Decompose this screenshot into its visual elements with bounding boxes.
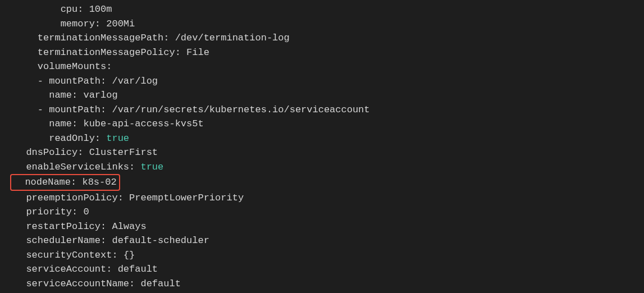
indent bbox=[15, 19, 61, 29]
indent bbox=[15, 162, 26, 172]
yaml-value: default-scheduler bbox=[106, 235, 209, 246]
indent bbox=[15, 221, 26, 232]
indent bbox=[15, 235, 26, 246]
yaml-key: priority: bbox=[26, 207, 77, 217]
highlight-rectangle: nodeName: k8s-02 bbox=[10, 174, 120, 191]
yaml-key: name: bbox=[49, 118, 77, 129]
yaml-key: cpu: bbox=[61, 4, 84, 15]
yaml-value: varlog bbox=[77, 90, 117, 100]
yaml-key: name: bbox=[49, 90, 77, 100]
yaml-key: serviceAccount: bbox=[26, 264, 112, 274]
yaml-value: k8s-02 bbox=[76, 177, 116, 187]
yaml-value: /dev/termination-log bbox=[169, 33, 289, 43]
yaml-value: /var/run/secrets/kubernetes.io/serviceac… bbox=[106, 104, 369, 115]
indent bbox=[15, 264, 26, 274]
indent bbox=[15, 4, 61, 15]
code-line: volumeMounts: bbox=[0, 59, 644, 74]
code-line: cpu: 100m bbox=[0, 2, 644, 17]
yaml-value: kube-api-access-kvs5t bbox=[77, 118, 203, 129]
yaml-number: 0 bbox=[77, 207, 89, 217]
yaml-value: Always bbox=[106, 221, 146, 232]
indent bbox=[15, 250, 26, 260]
code-line: - mountPath: /var/log bbox=[0, 74, 644, 89]
yaml-value: File bbox=[181, 47, 209, 58]
yaml-key: securityContext: bbox=[26, 250, 117, 260]
code-line: enableServiceLinks: true bbox=[0, 160, 644, 175]
code-line: securityContext: {} bbox=[0, 248, 644, 263]
yaml-value: 100m bbox=[83, 4, 112, 15]
yaml-key: dnsPolicy: bbox=[26, 147, 83, 158]
indent bbox=[15, 278, 26, 289]
code-line: - mountPath: /var/run/secrets/kubernetes… bbox=[0, 103, 644, 117]
indent bbox=[15, 118, 49, 129]
yaml-bool: true bbox=[135, 162, 163, 172]
yaml-key: preemptionPolicy: bbox=[26, 193, 123, 203]
indent bbox=[15, 193, 26, 203]
yaml-key: serviceAccountName: bbox=[26, 278, 135, 289]
indent bbox=[15, 76, 38, 86]
code-line: memory: 200Mi bbox=[0, 17, 644, 31]
code-line: serviceAccountName: default bbox=[0, 277, 644, 291]
code-line: restartPolicy: Always bbox=[0, 219, 644, 234]
code-line: terminationMessagePolicy: File bbox=[0, 45, 644, 60]
indent bbox=[13, 177, 25, 187]
indent bbox=[15, 133, 49, 144]
code-line: preemptionPolicy: PreemptLowerPriority bbox=[0, 191, 644, 205]
code-line: dnsPolicy: ClusterFirst bbox=[0, 145, 644, 160]
yaml-value: {} bbox=[118, 250, 135, 260]
yaml-value: default bbox=[112, 264, 158, 274]
code-line: name: kube-api-access-kvs5t bbox=[0, 117, 644, 131]
indent bbox=[15, 104, 38, 115]
yaml-value: /var/log bbox=[106, 76, 158, 86]
yaml-key: terminationMessagePolicy: bbox=[38, 47, 181, 58]
yaml-key: volumeMounts: bbox=[38, 61, 112, 72]
code-line: priority: 0 bbox=[0, 205, 644, 219]
yaml-key: readOnly: bbox=[49, 133, 101, 144]
yaml-key: restartPolicy: bbox=[26, 221, 106, 232]
yaml-key: memory: bbox=[61, 19, 101, 29]
code-line: readOnly: true bbox=[0, 131, 644, 146]
code-line: schedulerName: default-scheduler bbox=[0, 234, 644, 248]
yaml-value: default bbox=[135, 278, 181, 289]
indent bbox=[15, 90, 49, 100]
yaml-key: schedulerName: bbox=[26, 235, 106, 246]
code-line: terminationGracePeriodSeconds: 30 bbox=[0, 291, 644, 293]
yaml-value: 200Mi bbox=[101, 19, 135, 29]
indent bbox=[15, 47, 38, 58]
code-line: terminationMessagePath: /dev/termination… bbox=[0, 31, 644, 45]
indent bbox=[15, 33, 38, 43]
indent bbox=[15, 207, 26, 217]
yaml-code-block: cpu: 100m memory: 200Mi terminationMessa… bbox=[0, 2, 644, 293]
code-line-highlighted: nodeName: k8s-02 bbox=[0, 174, 644, 191]
yaml-key: terminationMessagePath: bbox=[38, 33, 170, 43]
indent bbox=[15, 147, 26, 158]
code-line: name: varlog bbox=[0, 88, 644, 103]
indent bbox=[15, 61, 38, 72]
yaml-key: enableServiceLinks: bbox=[26, 162, 135, 172]
yaml-bool: true bbox=[101, 133, 129, 144]
yaml-value: PreemptLowerPriority bbox=[124, 193, 244, 203]
yaml-key: nodeName: bbox=[25, 177, 76, 187]
yaml-key: - mountPath: bbox=[38, 104, 106, 115]
yaml-value: ClusterFirst bbox=[83, 147, 158, 158]
code-line: serviceAccount: default bbox=[0, 262, 644, 277]
yaml-key: - mountPath: bbox=[38, 76, 106, 86]
